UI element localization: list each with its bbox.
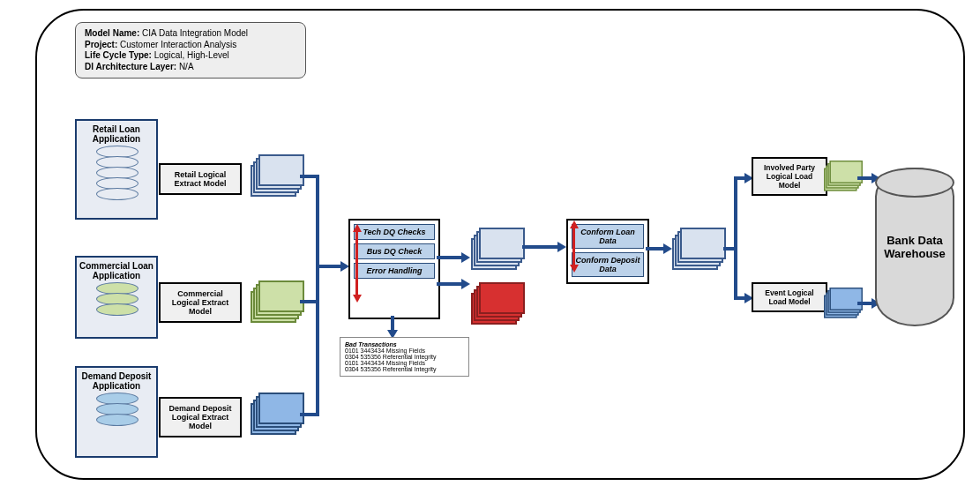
bad-tx-header: Bad Transactions <box>345 341 464 348</box>
data-stack-clean <box>471 228 520 266</box>
info-project-label: Project: <box>85 40 117 49</box>
source-retail-db: Retail Loan Application <box>75 119 158 220</box>
bad-tx-line: 0101 3443434 Missing Fields <box>345 348 464 354</box>
conform-loan: Conform Loan Data <box>572 224 644 249</box>
bad-tx-line: 0304 535356 Referential Integrity <box>345 354 464 360</box>
dq-bus-check: Bus DQ Check <box>354 243 435 259</box>
output-stack-event <box>824 288 859 316</box>
source-retail-title: Retail Loan Application <box>77 121 156 147</box>
source-demand-title: Demand Deposit Application <box>77 368 156 394</box>
load-party-model: Involved Party Logical Load Model <box>752 157 827 196</box>
data-stack-errors <box>471 282 520 321</box>
data-stack-retail <box>251 154 299 193</box>
data-stack-demand <box>251 393 299 431</box>
diagram-canvas: Model Name: CIA Data Integration Model P… <box>0 0 980 486</box>
disk-stack-icon <box>96 282 137 316</box>
info-di-layer: N/A <box>179 62 194 71</box>
disk-stack-icon <box>96 393 137 426</box>
info-di-layer-label: DI Architecture Layer: <box>85 62 176 71</box>
info-life-cycle-label: Life Cycle Type: <box>85 50 152 60</box>
disk-stack-icon <box>96 146 137 200</box>
extract-commercial: Commercial Logical Extract Model <box>159 282 242 323</box>
dq-tech-checks: Tech DQ Checks <box>354 224 435 240</box>
extract-retail: Retail Logical Extract Model <box>159 163 242 195</box>
bad-transactions-note: Bad Transactions 0101 3443434 Missing Fi… <box>340 337 469 377</box>
source-commercial-title: Commercial Loan Application <box>77 258 156 284</box>
info-model-name-label: Model Name: <box>85 28 139 38</box>
conform-process-box: Conform Loan Data Conform Deposit Data <box>566 219 649 284</box>
load-event-model: Event Logical Load Model <box>752 282 827 312</box>
data-stack-commercial <box>251 280 299 319</box>
info-model-name: CIA Data Integration Model <box>142 28 248 38</box>
output-stack-party <box>824 161 859 189</box>
info-project: Customer Interaction Analysis <box>120 40 236 49</box>
source-commercial-db: Commercial Loan Application <box>75 256 158 339</box>
bad-tx-line: 0101 3443434 Missing Fields <box>345 360 464 366</box>
bad-tx-line: 0304 535356 Referential Integrity <box>345 366 464 372</box>
conform-deposit: Conform Deposit Data <box>572 252 644 277</box>
bank-data-warehouse: Bank Data Warehouse <box>875 168 954 326</box>
warehouse-label: Bank Data Warehouse <box>880 234 949 260</box>
dq-error-handling: Error Handling <box>354 263 435 279</box>
model-info-box: Model Name: CIA Data Integration Model P… <box>75 22 306 79</box>
extract-demand: Demand Deposit Logical Extract Model <box>159 397 242 437</box>
info-life-cycle: Logical, High-Level <box>154 50 229 60</box>
dq-process-box: Tech DQ Checks Bus DQ Check Error Handli… <box>348 219 440 319</box>
source-demand-db: Demand Deposit Application <box>75 366 158 458</box>
data-stack-conformed <box>672 228 721 266</box>
